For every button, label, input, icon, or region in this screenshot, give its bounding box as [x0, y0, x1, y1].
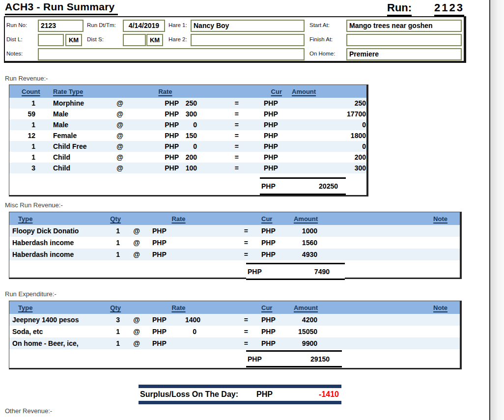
rate-cell: 0	[185, 328, 224, 336]
total-cur: PHP	[248, 355, 262, 363]
surplus-amount: -1410	[283, 390, 341, 399]
dist-s-field[interactable]	[123, 34, 146, 46]
rate-cur-cell: PHP	[148, 328, 185, 336]
run-expenditure-table: Type Qty Rate Cur Amount Note Jeepney 14…	[9, 301, 462, 369]
col-header-note: Note	[324, 215, 460, 223]
rate-cur-cell: PHP	[132, 110, 179, 118]
dist-l-field[interactable]	[38, 34, 64, 46]
rate-type-cell: Male	[46, 121, 108, 129]
count-cell: 1	[9, 142, 46, 150]
divider	[139, 385, 341, 388]
total-cur: PHP	[261, 182, 276, 190]
notes-field[interactable]	[38, 48, 305, 60]
rate-cur-cell: PHP	[148, 316, 185, 324]
misc-revenue-table: Type Qty Rate Cur Amount Note Floopy Dic…	[9, 212, 462, 279]
table-header-row: Type Qty Rate Cur Amount Note	[9, 212, 460, 225]
at-cell: @	[125, 316, 148, 324]
on-home-field[interactable]: Premiere	[346, 48, 462, 60]
cur-cell: PHP	[260, 328, 287, 336]
cur-cell: PHP	[260, 339, 287, 347]
type-cell: On home - Beer, ice,	[9, 339, 100, 347]
count-cell: 3	[9, 164, 46, 172]
cur-cell: PHP	[252, 110, 282, 118]
equals-cell: =	[198, 110, 252, 118]
col-header-cur: Cur	[252, 88, 282, 95]
run-revenue-total: PHP 20250	[260, 177, 346, 195]
hare1-label: Hare 1:	[168, 22, 187, 28]
equals-cell: =	[198, 153, 252, 161]
hare1-field[interactable]: Nancy Boy	[191, 20, 305, 32]
equals-cell: =	[198, 142, 252, 150]
table-row: Haberdash income1@PHP=PHP4930	[9, 249, 460, 260]
qty-cell: 1	[100, 339, 125, 347]
page-margin-area	[490, 0, 504, 420]
cur-cell: PHP	[252, 164, 282, 172]
table-header-row: Count Rate Type Rate Cur Amount	[9, 85, 366, 98]
rate-cell: 300	[179, 110, 198, 118]
on-home-label: On Home:	[309, 51, 335, 56]
at-cell: @	[125, 239, 148, 247]
equals-cell: =	[198, 132, 252, 140]
col-header-type: Type	[9, 215, 100, 223]
run-number: 2123	[434, 1, 464, 16]
table-row: 1Male@PHP0=PHP0	[9, 119, 366, 130]
table-row: 1Morphine@PHP250=PHP250	[9, 98, 366, 109]
amount-cell: 1800	[282, 132, 366, 140]
rate-cell: 0	[179, 121, 198, 129]
equals-cell: =	[198, 164, 252, 172]
run-dttm-field[interactable]: 4/14/2019	[123, 20, 165, 32]
finish-at-field[interactable]	[346, 34, 462, 46]
rate-cur-cell: PHP	[148, 339, 185, 347]
rate-cur-cell: PHP	[148, 251, 185, 258]
total-amount: 7490	[314, 268, 330, 276]
at-cell: @	[108, 110, 132, 118]
col-header-amount: Amount	[287, 304, 324, 311]
amount-cell: 300	[282, 164, 366, 172]
col-header-rate: Rate	[148, 215, 224, 223]
cur-cell: PHP	[260, 251, 287, 258]
rate-cur-cell: PHP	[132, 99, 179, 107]
dist-l-label: Dist L:	[6, 36, 23, 42]
section-label-other-revenue: Other Revenue:-	[5, 407, 52, 415]
start-at-label: Start At:	[309, 22, 330, 28]
rate-type-cell: Child	[46, 153, 108, 161]
col-header-amount: Amount	[282, 88, 366, 95]
amount-cell: 200	[282, 153, 366, 161]
run-revenue-table: Count Rate Type Rate Cur Amount 1Morphin…	[9, 84, 368, 196]
km-unit-box: KM	[65, 34, 82, 46]
table-row: 12Female@PHP150=PHP1800	[9, 130, 366, 141]
col-header-cur: Cur	[260, 304, 287, 311]
hare2-label: Hare 2:	[168, 36, 187, 42]
rate-cur-cell: PHP	[132, 132, 179, 140]
run-no-field[interactable]: 2123	[38, 20, 84, 32]
cur-cell: PHP	[260, 239, 287, 247]
at-cell: @	[125, 227, 148, 235]
amount-cell: 17700	[282, 110, 366, 118]
rate-type-cell: Morphine	[46, 99, 108, 107]
surplus-loss-banner: Surplus/Loss On The Day: PHP -1410	[139, 385, 341, 404]
cur-cell: PHP	[252, 99, 282, 107]
amount-cell: 4200	[287, 316, 324, 324]
cur-cell: PHP	[260, 227, 287, 235]
at-cell: @	[108, 121, 132, 129]
amount-cell: 0	[282, 142, 366, 150]
start-at-field[interactable]: Mango trees near goshen	[346, 20, 462, 32]
table-row: Soda, etc1@PHP0=PHP15050	[9, 326, 460, 337]
col-header-qty: Qty	[100, 215, 125, 223]
equals-cell: =	[198, 99, 252, 107]
amount-cell: 0	[282, 121, 366, 129]
equals-cell: =	[224, 328, 260, 336]
rate-cur-cell: PHP	[132, 142, 179, 150]
table-row: 59Male@PHP300=PHP17700	[9, 109, 366, 119]
col-header-rate: Rate	[148, 304, 224, 311]
misc-revenue-total: PHP 7490	[246, 263, 345, 280]
amount-cell: 4930	[287, 251, 324, 258]
km-unit-box: KM	[146, 34, 163, 46]
col-header-amount: Amount	[287, 215, 324, 223]
amount-cell: 15050	[287, 328, 324, 336]
count-cell: 1	[9, 99, 46, 107]
at-cell: @	[108, 142, 132, 150]
cur-cell: PHP	[252, 132, 282, 140]
rate-cell: 250	[179, 99, 198, 107]
hare2-field[interactable]	[191, 34, 305, 46]
